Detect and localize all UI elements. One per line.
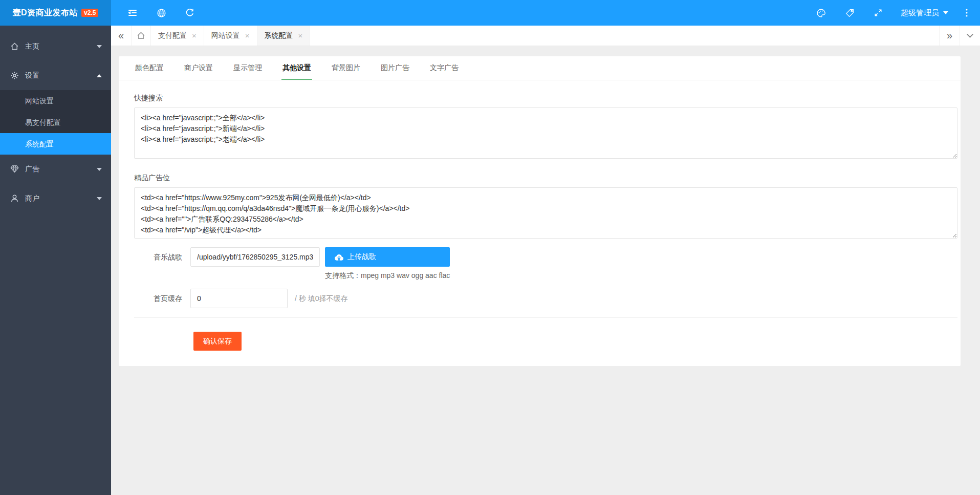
sidebar: 壹D资商业发布站 v2.5 主页 设置 网站设置 易支付配置 系统配置 — [0, 0, 111, 495]
close-icon[interactable]: × — [245, 32, 250, 39]
tab-other-settings[interactable]: 其他设置 — [281, 63, 312, 80]
tag-icon[interactable] — [835, 0, 864, 26]
sidebar-item-home[interactable]: 主页 — [0, 32, 111, 61]
tab-payment-config[interactable]: 支付配置 × — [151, 26, 204, 46]
quick-search-textarea[interactable]: <li><a href="javascript:;">全部</a></li> <… — [134, 107, 957, 159]
tab-merchant-settings[interactable]: 商户设置 — [183, 63, 214, 80]
settings-submenu: 网站设置 易支付配置 系统配置 — [0, 90, 111, 155]
save-button[interactable]: 确认保存 — [193, 332, 242, 351]
close-icon[interactable]: × — [298, 32, 303, 39]
fullscreen-icon[interactable] — [864, 0, 892, 26]
tabbar-spacer — [310, 26, 939, 46]
tab-image-ads[interactable]: 图片广告 — [380, 63, 410, 80]
other-settings-form: 快捷搜索 <li><a href="javascript:;">全部</a></… — [119, 94, 961, 351]
upload-music-button[interactable]: 上传战歌 — [325, 247, 450, 267]
page-tabbar: « 支付配置 × 网站设置 × 系统配置 × » — [111, 26, 980, 46]
chevron-down-icon — [943, 11, 948, 17]
tab-system-config[interactable]: 系统配置 × — [257, 26, 311, 46]
sidebar-item-label: 设置 — [25, 71, 97, 80]
app-logo: 壹D资商业发布站 v2.5 — [0, 0, 111, 26]
chevron-down-icon — [97, 45, 102, 51]
upload-music-label: 上传战歌 — [347, 252, 376, 262]
form-divider — [134, 317, 957, 318]
cache-label: 首页缓存 — [134, 289, 190, 308]
sidebar-item-merchants[interactable]: 商户 — [0, 184, 111, 213]
tab-website-settings[interactable]: 网站设置 × — [204, 26, 257, 46]
top-header: 超级管理员 — [111, 0, 980, 26]
sidebar-item-label: 商户 — [25, 194, 97, 203]
user-menu[interactable]: 超级管理员 — [892, 0, 956, 26]
tab-color-config[interactable]: 颜色配置 — [134, 63, 165, 80]
premium-ads-textarea[interactable]: <td><a href="https://www.925my.com">925发… — [134, 187, 957, 239]
quick-search-label: 快捷搜索 — [134, 94, 957, 103]
home-tab[interactable] — [132, 26, 151, 46]
tab-background-images[interactable]: 背景图片 — [331, 63, 361, 80]
sidebar-item-label: 广告 — [25, 165, 97, 174]
tabs-scroll-right-icon[interactable]: » — [939, 26, 960, 46]
tabs-menu-icon[interactable] — [960, 26, 980, 46]
palette-icon[interactable] — [807, 0, 835, 26]
sidebar-item-settings[interactable]: 设置 — [0, 61, 111, 90]
music-label: 音乐战歌 — [134, 247, 190, 267]
cloud-upload-icon — [334, 253, 344, 261]
tab-label: 网站设置 — [211, 31, 240, 40]
settings-card: 颜色配置 商户设置 显示管理 其他设置 背景图片 图片广告 文字广告 快捷搜索 … — [119, 56, 961, 366]
tab-text-ads[interactable]: 文字广告 — [429, 63, 460, 80]
sidebar-item-website-settings[interactable]: 网站设置 — [0, 90, 111, 112]
collapse-menu-icon[interactable] — [118, 0, 147, 26]
app-title: 壹D资商业发布站 — [13, 8, 78, 18]
music-path-input[interactable] — [190, 247, 320, 267]
sidebar-item-epay-config[interactable]: 易支付配置 — [0, 112, 111, 133]
diamond-icon — [10, 165, 19, 174]
globe-icon[interactable] — [147, 0, 176, 26]
close-icon[interactable]: × — [192, 32, 197, 39]
main-content: 颜色配置 商户设置 显示管理 其他设置 背景图片 图片广告 文字广告 快捷搜索 … — [111, 47, 980, 495]
chevron-up-icon — [97, 72, 102, 77]
chevron-down-icon — [97, 197, 102, 203]
music-format-hint: 支持格式：mpeg mp3 wav ogg aac flac — [325, 271, 450, 281]
home-icon — [137, 31, 145, 40]
tab-label: 支付配置 — [158, 31, 187, 40]
settings-tabs: 颜色配置 商户设置 显示管理 其他设置 背景图片 图片广告 文字广告 — [119, 56, 961, 80]
cache-hint: / 秒 填0择不缓存 — [295, 289, 347, 308]
gear-icon — [10, 71, 19, 80]
tab-label: 系统配置 — [265, 31, 293, 40]
refresh-icon[interactable] — [176, 0, 204, 26]
home-icon — [10, 42, 19, 51]
user-icon — [10, 194, 19, 203]
sidebar-item-label: 主页 — [25, 42, 97, 51]
version-badge: v2.5 — [81, 9, 98, 17]
user-name: 超级管理员 — [901, 8, 939, 18]
more-vertical-icon[interactable] — [956, 0, 977, 26]
sidebar-item-system-config[interactable]: 系统配置 — [0, 133, 111, 155]
chevron-down-icon — [97, 168, 102, 174]
tabs-scroll-left-icon[interactable]: « — [111, 26, 132, 46]
sidebar-item-ads[interactable]: 广告 — [0, 155, 111, 184]
premium-ads-label: 精品广告位 — [134, 174, 957, 183]
cache-seconds-input[interactable] — [190, 289, 288, 308]
tab-display-management[interactable]: 显示管理 — [232, 63, 263, 80]
